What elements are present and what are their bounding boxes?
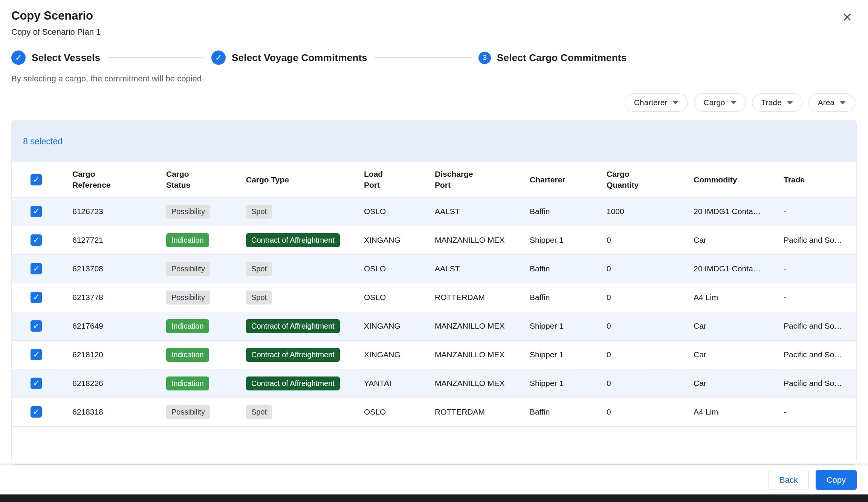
step-check-icon: ✓ — [211, 51, 226, 65]
row-checkbox[interactable]: ✓ — [31, 378, 42, 389]
discharge-port-cell: ROTTERDAM — [435, 398, 530, 426]
load-port-cell: OSLO — [364, 197, 435, 226]
cargo-status-cell: Possibility — [166, 197, 246, 226]
stepper-step-3[interactable]: 3Select Cargo Commitments — [478, 52, 627, 64]
charterer-cell: Shipper 1 — [530, 226, 607, 254]
chevron-down-icon — [672, 101, 679, 104]
row-checkbox[interactable]: ✓ — [31, 349, 42, 360]
cargo-type-badge: Spot — [246, 262, 272, 276]
step-connector — [108, 57, 204, 58]
cargo-reference-cell: 6127721 — [72, 226, 166, 254]
selection-bar: 8 selected — [12, 120, 856, 162]
column-header-9: Trade — [784, 162, 857, 197]
cargo-status-badge: Possibility — [166, 262, 210, 276]
filter-charterer-button[interactable]: Charterer — [625, 93, 688, 112]
cargo-reference-cell: 6213708 — [72, 254, 166, 283]
row-checkbox[interactable]: ✓ — [31, 263, 42, 274]
commodity-cell: A4 Lim — [694, 398, 784, 426]
row-checkbox[interactable]: ✓ — [31, 320, 42, 332]
cargo-status-cell: Possibility — [166, 254, 246, 283]
chevron-down-icon — [787, 101, 793, 104]
checkbox-cell: ✓ — [12, 254, 72, 283]
cargo-reference-cell: 6218318 — [72, 398, 166, 426]
cargo-quantity-cell: 0 — [607, 340, 694, 369]
table-row: ✓6213778PossibilitySpotOSLOROTTERDAMBaff… — [12, 283, 857, 312]
filter-cargo-button[interactable]: Cargo — [694, 93, 746, 112]
stepper-step-1[interactable]: ✓Select Vessels — [11, 51, 100, 65]
step-check-icon: ✓ — [11, 51, 26, 65]
column-header-5: Discharge Port — [435, 162, 530, 197]
cargo-quantity-cell: 0 — [607, 283, 694, 312]
checkbox-cell: ✓ — [12, 197, 72, 226]
commodity-cell: 20 IMDG1 Conta… — [694, 197, 784, 226]
cargo-status-cell: Indication — [166, 226, 246, 254]
load-port-cell: XINGANG — [364, 340, 435, 369]
cargo-status-badge: Possibility — [166, 291, 210, 305]
cargo-type-cell: Contract of Affreightment — [246, 340, 364, 369]
cargo-quantity-cell: 1000 — [607, 197, 694, 226]
discharge-port-cell: MANZANILLO MEX — [435, 312, 530, 340]
load-port-cell: OSLO — [364, 283, 435, 312]
cargo-reference-cell: 6217649 — [72, 312, 166, 340]
trade-cell: - — [784, 283, 857, 312]
row-checkbox[interactable]: ✓ — [31, 292, 42, 303]
filter-label: Charterer — [634, 98, 668, 107]
cargo-type-cell: Spot — [246, 283, 364, 312]
charterer-cell: Shipper 1 — [530, 369, 607, 398]
cargo-reference-cell: 6218226 — [72, 369, 166, 398]
discharge-port-cell: MANZANILLO MEX — [435, 226, 530, 254]
charterer-cell: Baffin — [530, 197, 607, 226]
step-label: Select Vessels — [32, 52, 100, 64]
cargo-type-cell: Contract of Affreightment — [246, 369, 364, 398]
cargo-reference-cell: 6213778 — [72, 283, 166, 312]
back-button[interactable]: Back — [769, 470, 809, 490]
trade-cell: - — [784, 197, 857, 226]
title-block: Copy Scenario Copy of Scenario Plan 1 — [11, 9, 101, 37]
select-all-checkbox[interactable]: ✓ — [31, 174, 42, 185]
cargo-type-badge: Spot — [246, 205, 272, 219]
helper-text: By selecting a cargo, the commitment wil… — [0, 74, 868, 84]
checkbox-cell: ✓ — [12, 340, 72, 369]
commodity-cell: Car — [694, 312, 784, 340]
cargo-status-cell: Possibility — [166, 283, 246, 312]
filter-label: Trade — [761, 98, 782, 107]
charterer-cell: Shipper 1 — [530, 340, 607, 369]
selection-count: 8 selected — [23, 136, 63, 147]
cargo-quantity-cell: 0 — [607, 398, 694, 426]
dialog-footer: Back Copy — [0, 465, 868, 494]
stepper-step-2[interactable]: ✓Select Voyage Commitments — [211, 51, 367, 65]
close-button[interactable]: ✕ — [840, 9, 854, 26]
table-row: ✓6218226IndicationContract of Affreightm… — [12, 369, 857, 398]
cargo-quantity-cell: 0 — [607, 226, 694, 254]
checkbox-cell: ✓ — [12, 369, 72, 398]
filter-area-button[interactable]: Area — [808, 93, 855, 112]
cargo-type-badge: Contract of Affreightment — [246, 348, 340, 362]
load-port-cell: XINGANG — [364, 226, 435, 254]
commodity-cell: Car — [694, 369, 784, 398]
row-checkbox[interactable]: ✓ — [31, 206, 42, 217]
filter-trade-button[interactable]: Trade — [752, 93, 802, 112]
trade-cell: - — [784, 254, 857, 283]
column-header-7: Cargo Quantity — [607, 162, 694, 197]
cargo-status-badge: Indication — [166, 233, 209, 247]
copy-scenario-dialog: Copy Scenario Copy of Scenario Plan 1 ✕ … — [0, 0, 868, 502]
trade-cell: Pacific and So… — [784, 226, 857, 254]
row-checkbox[interactable]: ✓ — [31, 234, 42, 246]
charterer-cell: Shipper 1 — [530, 312, 607, 340]
commodity-cell: Car — [694, 340, 784, 369]
stepper: ✓Select Vessels✓Select Voyage Commitment… — [0, 51, 868, 65]
checkbox-cell: ✓ — [12, 283, 72, 312]
column-header-6: Charterer — [530, 162, 607, 197]
copy-button[interactable]: Copy — [816, 470, 857, 490]
step-connector — [375, 57, 471, 58]
cargo-status-cell: Indication — [166, 312, 246, 340]
load-port-cell: OSLO — [364, 398, 435, 426]
row-checkbox[interactable]: ✓ — [31, 406, 42, 418]
cargo-reference-cell: 6126723 — [72, 197, 166, 226]
cargo-quantity-cell: 0 — [607, 254, 694, 283]
column-header-8: Commodity — [694, 162, 784, 197]
cargo-type-cell: Contract of Affreightment — [246, 226, 364, 254]
filter-label: Cargo — [703, 98, 725, 107]
checkbox-cell: ✓ — [12, 226, 72, 254]
table-empty-space — [12, 427, 856, 464]
